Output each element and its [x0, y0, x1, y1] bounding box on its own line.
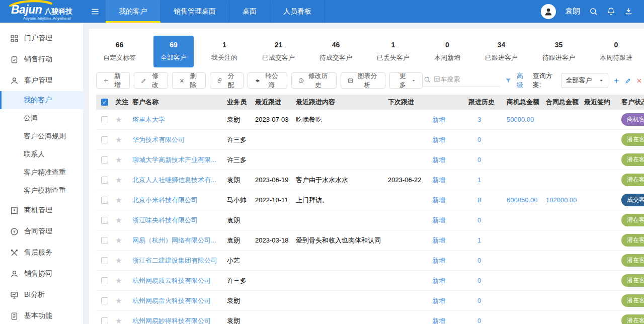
more-button[interactable]: 更多	[389, 72, 423, 89]
sidebar-item[interactable]: 门户管理	[0, 28, 83, 49]
table-row[interactable]: ★ 杭州网易妙得科技有限公司 袁朗 新增 0 潜在客户	[96, 311, 644, 324]
nav-tab[interactable]: 我的客户	[106, 0, 160, 23]
opportunity-amount-link[interactable]: 600050.00	[507, 196, 546, 204]
customer-name-link[interactable]: 浙江省二建建设集团有限公司	[132, 256, 227, 265]
sidebar-item[interactable]: 客户公海规则	[0, 127, 83, 145]
sidebar-item[interactable]: 销售协同	[0, 263, 83, 284]
toolbar-button[interactable]: 分配	[210, 72, 244, 89]
table-row[interactable]: ★ 浙江味央科技有限公司 袁朗 新增 0 潜在客户	[96, 210, 644, 230]
stat-card[interactable]: 21 已成交客户	[255, 36, 302, 67]
star-icon[interactable]: ★	[115, 216, 122, 224]
customer-name-link[interactable]: 聊城大学高新技术产业有限...	[132, 155, 227, 165]
customer-name-link[interactable]: 杭州网易妙得科技有限公司	[132, 316, 227, 324]
delete-scheme-icon[interactable]	[636, 77, 642, 85]
stat-card[interactable]: 0 本周待跟进	[593, 36, 639, 67]
star-icon[interactable]: ★	[115, 276, 122, 285]
table-row[interactable]: ★ 浙江省二建建设集团有限公司 小艺 新增 0 潜在客户	[96, 251, 644, 271]
table-row[interactable]: ★ 华为技术有限公司 许三多 新增 0 潜在客户	[96, 130, 644, 150]
add-followup-link[interactable]: 新增	[432, 316, 468, 324]
col-header-name[interactable]: 客户名称	[132, 98, 227, 107]
col-header-status[interactable]: 客户状态	[621, 98, 644, 107]
sidebar-item[interactable]: BI分析	[0, 284, 83, 305]
star-icon[interactable]: ★	[115, 135, 122, 144]
sidebar-item[interactable]: 商机管理	[0, 200, 83, 221]
follow-history-link[interactable]: 8	[468, 196, 507, 204]
follow-history-link[interactable]: 3	[468, 116, 507, 123]
row-checkbox[interactable]	[101, 277, 108, 284]
row-checkbox[interactable]	[101, 136, 108, 143]
nav-tab[interactable]: 销售管理桌面	[160, 0, 229, 23]
hamburger-menu-button[interactable]	[85, 0, 106, 23]
follow-history-link[interactable]: 0	[468, 257, 507, 264]
table-row[interactable]: ★ 聊城大学高新技术产业有限... 许三多 新增 0 潜在客户	[96, 150, 644, 170]
col-header-contract-amount[interactable]: 合同总金额	[546, 98, 584, 107]
add-followup-link[interactable]: 新增	[432, 115, 468, 124]
sidebar-item[interactable]: 售后服务	[0, 242, 83, 263]
nav-tab[interactable]: 桌面	[229, 0, 270, 23]
app-logo[interactable]: Bajun 八骏科技 Anyone,Anytime,Anywhere!	[0, 0, 85, 23]
table-row[interactable]: ★ 塔里木大学 袁朗 2023-07-03 吃晚餐吃 新增 3 50000.00…	[96, 110, 644, 130]
add-scheme-icon[interactable]	[613, 77, 620, 85]
sidebar-item[interactable]: 客户模糊查重	[0, 182, 83, 200]
add-followup-link[interactable]: 新增	[432, 196, 468, 205]
follow-history-link[interactable]: 1	[468, 236, 507, 244]
sidebar-item[interactable]: 基本功能	[0, 305, 83, 324]
filter-funnel-icon[interactable]	[505, 77, 512, 85]
row-checkbox[interactable]	[101, 317, 108, 324]
stat-card[interactable]: 34 已跟进客户	[478, 36, 525, 67]
customer-name-link[interactable]: 浙江味央科技有限公司	[132, 216, 227, 225]
customer-name-link[interactable]: 北京小米科技有限公司	[132, 196, 227, 205]
table-row[interactable]: ★ 网易（杭州）网络有限公司... 袁朗 2023-03-18 爱到骨头和收入也…	[96, 230, 644, 251]
stat-card[interactable]: 66 自定义标签	[96, 36, 143, 67]
search-icon[interactable]	[589, 7, 598, 16]
table-row[interactable]: ★ 杭州网易雷火科技有限公司 袁朗 新增 0 潜在客户	[96, 291, 644, 311]
customer-name-link[interactable]: 北京人人社继狮信息技术有...	[132, 176, 227, 185]
row-checkbox[interactable]	[101, 237, 108, 244]
download-icon[interactable]	[624, 7, 633, 16]
col-header-opportunity-amount[interactable]: 商机总金额	[507, 98, 546, 107]
add-followup-link[interactable]: 新增	[432, 296, 468, 305]
col-header-next-follow[interactable]: 下次跟进	[388, 98, 432, 107]
star-icon[interactable]: ★	[115, 196, 122, 204]
edit-scheme-icon[interactable]	[625, 77, 631, 85]
customer-name-link[interactable]: 塔里木大学	[132, 115, 227, 124]
search-input[interactable]	[434, 75, 499, 83]
star-icon[interactable]: ★	[115, 115, 122, 124]
sidebar-item[interactable]: 公海	[0, 109, 83, 127]
customer-name-link[interactable]: 华为技术有限公司	[132, 135, 227, 144]
star-icon[interactable]: ★	[115, 296, 122, 305]
add-followup-link[interactable]: 新增	[432, 216, 468, 225]
toolbar-button[interactable]: 删除	[172, 72, 206, 89]
row-checkbox[interactable]	[101, 116, 108, 123]
star-icon[interactable]: ★	[115, 155, 122, 164]
table-row[interactable]: ★ 北京小米科技有限公司 马小帅 2022-10-11 上门拜访。 新增 8 6…	[96, 190, 644, 210]
star-icon[interactable]: ★	[115, 316, 122, 324]
toolbar-button[interactable]: 修改	[134, 72, 168, 89]
follow-history-link[interactable]: 0	[468, 317, 507, 324]
row-checkbox[interactable]	[101, 217, 108, 224]
follow-history-link[interactable]: 0	[468, 136, 507, 143]
col-header-follow[interactable]: 关注	[115, 98, 132, 107]
table-row[interactable]: ★ 杭州网易质云科技有限公司 许三多 新增 0 潜在客户	[96, 271, 644, 291]
col-header-last-follow[interactable]: 最近跟进	[255, 98, 296, 107]
stat-card[interactable]: 46 待成交客户	[312, 36, 359, 67]
col-header-follow-content[interactable]: 最近跟进内容	[296, 98, 388, 107]
contract-amount-link[interactable]: 102000.00	[546, 196, 584, 204]
col-header-history[interactable]: 跟进历史	[468, 98, 507, 107]
add-followup-link[interactable]: 新增	[432, 176, 468, 185]
table-row[interactable]: ★ 北京人人社继狮信息技术有... 袁朗 2023-06-19 客户由于水水水水…	[96, 170, 644, 190]
row-checkbox[interactable]	[101, 156, 108, 164]
add-followup-link[interactable]: 新增	[432, 155, 468, 165]
star-icon[interactable]: ★	[115, 236, 122, 245]
col-header-last-sign[interactable]: 最近签约	[584, 98, 621, 107]
nav-tab[interactable]: 人员看板	[270, 0, 325, 23]
stat-card[interactable]: 1 我关注的	[204, 36, 245, 67]
follow-history-link[interactable]: 0	[468, 277, 507, 284]
star-icon[interactable]: ★	[115, 176, 122, 184]
sidebar-item[interactable]: 我的客户	[0, 91, 83, 109]
advanced-filter-link[interactable]: 高级	[517, 71, 528, 90]
user-avatar[interactable]	[541, 4, 556, 19]
customer-name-link[interactable]: 杭州网易雷火科技有限公司	[132, 296, 227, 305]
follow-history-link[interactable]: 0	[468, 216, 507, 224]
opportunity-amount-link[interactable]: 50000.00	[507, 116, 546, 123]
